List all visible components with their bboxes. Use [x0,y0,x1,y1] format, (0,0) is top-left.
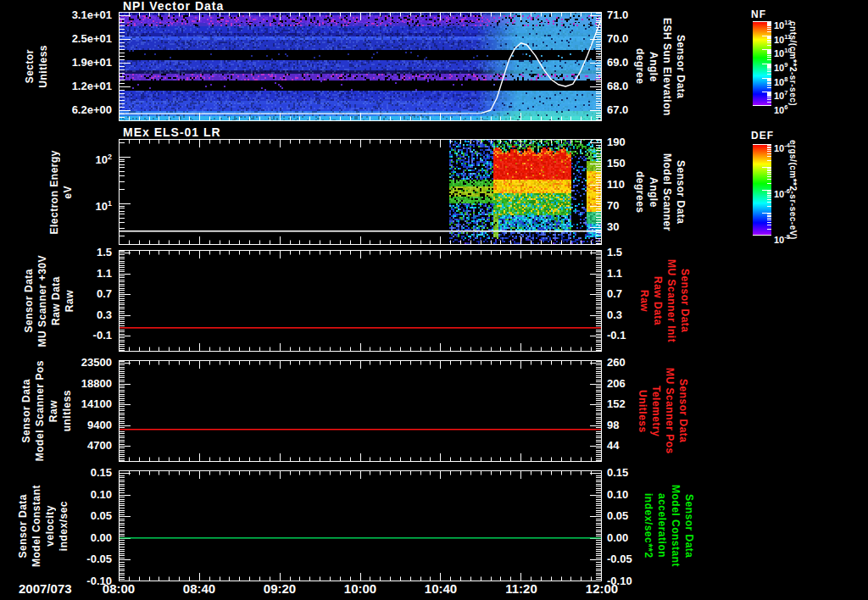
panel1-right-axis-label-line: degrees [634,171,646,214]
def-colorbar-title: DEF [751,130,774,142]
panel2-right-axis-label-line: Raw [638,290,650,312]
panel0-left-axis-label-line: Sector [24,49,36,83]
panel0-right-axis-label-line: ESH Sun Elevation [661,18,673,116]
panel0-right-axis-label-line: Sensor Data [675,35,687,99]
panel1-left-axis-label-line: eV [62,186,74,199]
panel4-right-axis-label-line: acceleration [656,493,668,558]
els-spectrogram-canvas [119,139,602,245]
mu-scanner-line-canvas [119,250,602,352]
x-tick-label: 11:20 [494,582,548,596]
panel1-right-axis-label-line: Model Scanner [661,153,673,231]
panel2-right-axis-label-line: Raw Data [652,276,664,325]
x-tick-label: 12:00 [575,582,629,596]
panel3-right-axis-label-line: MU Scanner Pos [664,368,676,454]
nf-colorbar-title: NF [751,8,766,20]
model-constant-line-canvas [119,470,602,581]
scanner-pos-line-canvas [119,360,602,462]
panel4-right-axis-label: Sensor DataModel Constantaccelerationind… [641,470,697,581]
panel2-right-axis-label-line: MU Scanner Init [665,259,677,342]
def-colorbar [753,144,771,236]
panel4-left-axis-label-line: Model Constant [31,485,42,567]
panel4-left-axis-label-line: Sensor Data [17,494,29,558]
panel0-right-axis-label-line: Angle [648,52,659,82]
x-axis-date-label: 2007/073 [19,582,97,596]
panel3-right-axis-label-line: Telemetry [650,386,662,436]
panel3-right-axis-label-line: Unitless [637,390,648,433]
npi-spectrogram-canvas [119,12,602,121]
panel1-right-axis-label-line: Angle [648,177,659,208]
figure: NPI Vector Data MEx ELS-01 LR NF DEF 3.1… [0,0,868,600]
panel4-left-axis-label: Sensor DataModel Constantvelocityindex/s… [17,470,70,581]
panel2-left-axis-label: Sensor DataMU Scanner +30VRaw DataRaw [20,250,78,352]
panel3-right-axis-label: Sensor DataMU Scanner PosTelemetryUnitle… [636,360,690,462]
panel3-left-axis-label: Sensor DataModel Scanner PosRawunitless [20,360,73,462]
panel1-left-axis-label: Electron EnergyeV [42,139,80,245]
panel4-left-axis-label-line: index/sec [58,501,70,551]
x-tick-label: 10:00 [333,582,387,596]
x-tick-label: 08:40 [172,582,226,596]
panel3-left-axis-label-line: Sensor Data [20,379,32,443]
panel1-left-axis-label-line: Electron Energy [48,150,60,235]
panel0-right-axis-label: Sensor DataESH Sun ElevationAngledegree [631,12,690,121]
panel4-right-axis-label-line: Model Constant [670,485,682,567]
nf-colorbar [753,21,771,106]
panel2-left-axis-label-line: Raw [64,290,75,312]
x-tick-label: 09:20 [253,582,307,596]
panel0-right-axis-label-line: degree [634,48,646,84]
panel4-right-axis-label-line: Sensor Data [683,494,695,558]
panel2-right-axis-label-line: Sensor Data [679,269,691,333]
x-tick-label: 10:40 [414,582,468,596]
panel0-left-axis-label-line: Unitless [37,45,49,88]
panel-title-els: MEx ELS-01 LR [123,126,221,138]
panel2-right-axis-label: Sensor DataMU Scanner InitRaw DataRaw [637,250,692,352]
nf-colorbar-units-label: cnts/(cm**2-sr-sec) [785,15,800,112]
def-colorbar-units-label-line: ergs/(cm**2-sr-sec-eV) [788,140,798,240]
panel3-left-axis-label-line: Raw [47,400,59,422]
def-colorbar-units-label: ergs/(cm**2-sr-sec-eV) [785,138,800,242]
x-tick-label: 08:00 [92,582,146,596]
panel1-right-axis-label: Sensor DataModel ScannerAngledegrees [631,139,690,245]
panel3-left-axis-label-line: unitless [61,390,73,431]
panel-title-npi: NPI Vector Data [123,0,224,12]
panel2-left-axis-label-line: MU Scanner +30V [36,255,48,347]
panel2-left-axis-label-line: Sensor Data [23,269,35,333]
panel3-right-axis-label-line: Sensor Data [677,379,689,443]
panel3-left-axis-label-line: Model Scanner Pos [34,360,46,461]
panel2-left-axis-label-line: Raw Data [50,276,62,325]
nf-colorbar-units-label-line: cnts/(cm**2-sr-sec) [788,21,798,106]
panel0-left-axis-label: SectorUnitless [17,12,56,121]
panel4-right-axis-label-line: index/sec**2 [643,493,654,558]
panel1-right-axis-label-line: Sensor Data [675,160,687,225]
panel4-left-axis-label-line: velocity [44,505,56,547]
